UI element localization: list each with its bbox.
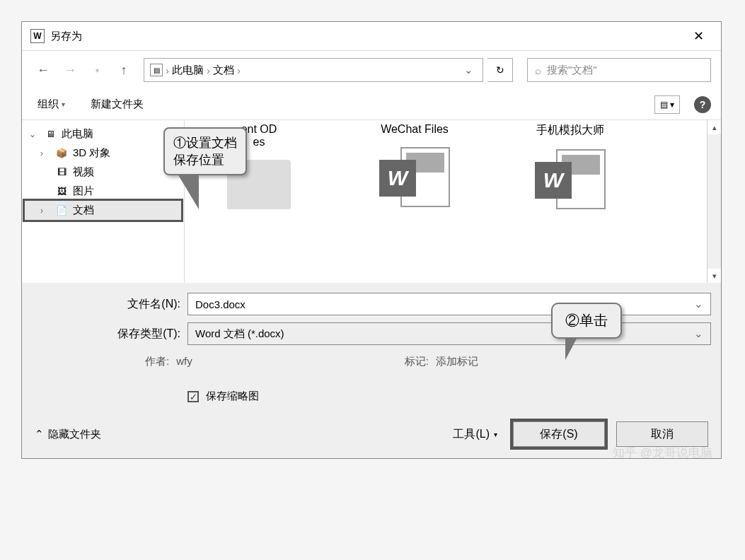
dialog-title: 另存为 bbox=[50, 30, 684, 43]
folder-tree: ⌄ 🖥 此电脑 › 📦 3D 对象 🎞 视频 🖼 图片 › 📄 bbox=[22, 120, 185, 283]
tree-label: 视频 bbox=[73, 165, 94, 179]
tree-3d-objects[interactable]: › 📦 3D 对象 bbox=[25, 144, 181, 163]
monitor-icon: 🖥 bbox=[43, 129, 57, 140]
tags-label: 标记: bbox=[405, 355, 429, 368]
folder-item[interactable]: 手机模拟大师 W bbox=[510, 123, 630, 213]
tree-label: 图片 bbox=[73, 185, 94, 198]
form-area: 文件名(N): Doc3.docx ⌄ 保存类型(T): Word 文档 (*.… bbox=[22, 283, 721, 413]
breadcrumb-part[interactable]: 文档 bbox=[213, 64, 234, 77]
filename-label: 文件名(N): bbox=[32, 297, 180, 312]
film-icon: 🎞 bbox=[54, 167, 69, 178]
file-grid: ent OD es WeChat Files W 手机模拟大师 bbox=[185, 120, 707, 283]
close-button[interactable]: ✕ bbox=[684, 28, 712, 45]
save-button[interactable]: 保存(S) bbox=[513, 421, 605, 447]
cube-icon: 📦 bbox=[54, 148, 69, 159]
tree-label: 此电脑 bbox=[62, 127, 93, 141]
nav-bar: ← → ▾ ↑ ▤ › 此电脑 › 文档 › ⌄ ↻ ⌕ 搜索"文档" bbox=[22, 51, 721, 89]
back-button[interactable]: ← bbox=[32, 60, 54, 80]
hide-folders-link[interactable]: ⌃ 隐藏文件夹 bbox=[35, 428, 101, 441]
save-as-dialog: W 另存为 ✕ ← → ▾ ↑ ▤ › 此电脑 › 文档 › ⌄ ↻ ⌕ 搜索"… bbox=[21, 21, 722, 459]
location-icon: ▤ bbox=[150, 64, 163, 76]
annotation-callout-2: ②单击 bbox=[551, 303, 622, 360]
organize-button[interactable]: 组织▾ bbox=[32, 95, 71, 114]
chevron-up-icon: ⌃ bbox=[35, 428, 44, 441]
breadcrumb-sep: › bbox=[207, 64, 210, 76]
tree-pictures[interactable]: 🖼 图片 bbox=[25, 182, 181, 201]
folder-item[interactable]: WeChat Files W bbox=[354, 123, 475, 211]
forward-button[interactable]: → bbox=[59, 60, 81, 80]
tree-label: 文档 bbox=[73, 204, 94, 217]
expander-icon[interactable]: › bbox=[40, 206, 50, 216]
view-mode-button[interactable]: ▤ ▾ bbox=[654, 95, 680, 114]
path-drop-icon[interactable]: ⌄ bbox=[460, 64, 477, 76]
search-input[interactable]: ⌕ 搜索"文档" bbox=[527, 58, 711, 82]
word-doc-icon: W bbox=[535, 149, 606, 213]
chevron-down-icon[interactable]: ⌄ bbox=[694, 298, 703, 310]
toolbar: 组织▾ 新建文件夹 ▤ ▾ ? bbox=[22, 89, 721, 120]
chevron-down-icon: ▾ bbox=[494, 431, 497, 438]
history-drop[interactable]: ▾ bbox=[86, 60, 108, 80]
new-folder-button[interactable]: 新建文件夹 bbox=[85, 95, 149, 114]
document-icon: 📄 bbox=[54, 205, 69, 216]
watermark: 知乎 @龙哥说电脑 bbox=[613, 445, 712, 461]
vertical-scrollbar[interactable]: ▴ ▾ bbox=[707, 120, 721, 283]
filetype-select[interactable]: Word 文档 (*.docx) ⌄ bbox=[187, 322, 711, 345]
picture-icon: 🖼 bbox=[54, 186, 69, 197]
titlebar: W 另存为 ✕ bbox=[22, 22, 721, 51]
breadcrumb-part[interactable]: 此电脑 bbox=[172, 64, 204, 77]
search-icon: ⌕ bbox=[535, 64, 541, 76]
tree-documents[interactable]: › 📄 文档 bbox=[25, 201, 181, 220]
annotation-callout-1: ①设置文档 保存位置 bbox=[163, 127, 247, 209]
refresh-button[interactable]: ↻ bbox=[487, 58, 513, 82]
tools-button[interactable]: 工具(L) ▾ bbox=[449, 424, 502, 445]
chevron-down-icon[interactable]: ⌄ bbox=[694, 327, 703, 340]
up-button[interactable]: ↑ bbox=[112, 60, 135, 80]
expander-icon[interactable]: › bbox=[40, 148, 50, 158]
thumbnail-label: 保存缩略图 bbox=[206, 390, 259, 402]
tree-this-pc[interactable]: ⌄ 🖥 此电脑 bbox=[25, 124, 181, 144]
word-doc-icon: W bbox=[379, 147, 450, 211]
breadcrumb-sep: › bbox=[166, 64, 169, 76]
author-label: 作者: bbox=[145, 355, 169, 368]
author-value[interactable]: wfy bbox=[176, 355, 192, 368]
breadcrumb-bar[interactable]: ▤ › 此电脑 › 文档 › ⌄ bbox=[144, 58, 483, 82]
filetype-label: 保存类型(T): bbox=[32, 327, 180, 342]
tree-label: 3D 对象 bbox=[73, 146, 110, 160]
search-placeholder: 搜索"文档" bbox=[547, 64, 597, 77]
thumbnail-checkbox[interactable]: ✓ bbox=[187, 391, 199, 402]
expander-icon[interactable]: ⌄ bbox=[29, 129, 39, 139]
cancel-button[interactable]: 取消 bbox=[616, 421, 708, 447]
help-button[interactable]: ? bbox=[694, 96, 711, 113]
filename-input[interactable]: Doc3.docx ⌄ bbox=[187, 293, 711, 315]
scroll-up-icon[interactable]: ▴ bbox=[708, 120, 721, 134]
app-icon: W bbox=[30, 29, 45, 43]
tree-videos[interactable]: 🎞 视频 bbox=[25, 163, 181, 182]
scroll-down-icon[interactable]: ▾ bbox=[708, 269, 721, 283]
breadcrumb-sep: › bbox=[237, 64, 241, 76]
tags-value[interactable]: 添加标记 bbox=[436, 355, 478, 368]
main-area: ⌄ 🖥 此电脑 › 📦 3D 对象 🎞 视频 🖼 图片 › 📄 bbox=[22, 120, 721, 283]
